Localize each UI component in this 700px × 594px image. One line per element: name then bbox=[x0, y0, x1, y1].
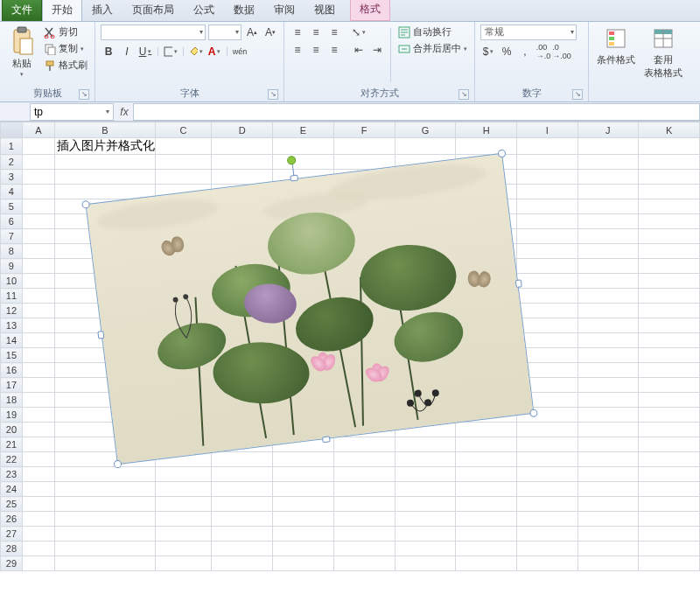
cell[interactable] bbox=[517, 497, 578, 512]
row-header-10[interactable]: 10 bbox=[1, 274, 23, 289]
row-header-22[interactable]: 22 bbox=[1, 452, 23, 467]
wrap-text-button[interactable]: 自动换行 bbox=[396, 24, 469, 39]
cell[interactable] bbox=[54, 497, 155, 512]
cell[interactable] bbox=[456, 467, 517, 482]
cell[interactable] bbox=[639, 229, 700, 244]
row-header-16[interactable]: 16 bbox=[1, 363, 23, 378]
cell[interactable] bbox=[155, 138, 211, 155]
cell[interactable] bbox=[639, 214, 700, 229]
comma-format-button[interactable]: , bbox=[517, 44, 533, 59]
row-header-29[interactable]: 29 bbox=[1, 556, 23, 571]
fill-color-button[interactable] bbox=[188, 44, 204, 59]
cell[interactable] bbox=[155, 497, 211, 512]
cell[interactable] bbox=[273, 527, 334, 542]
cell[interactable] bbox=[22, 274, 54, 289]
cell[interactable] bbox=[333, 497, 395, 512]
cell[interactable] bbox=[54, 527, 155, 542]
align-left-button[interactable]: ≡ bbox=[290, 42, 305, 58]
rotation-handle[interactable] bbox=[287, 156, 297, 165]
row-header-7[interactable]: 7 bbox=[1, 229, 23, 244]
tab-review[interactable]: 审阅 bbox=[264, 0, 304, 21]
cell[interactable] bbox=[578, 482, 639, 497]
cell[interactable] bbox=[639, 348, 700, 363]
number-launcher[interactable]: ↘ bbox=[572, 89, 583, 100]
cell[interactable] bbox=[22, 289, 54, 304]
cell[interactable] bbox=[456, 527, 517, 542]
cell[interactable] bbox=[22, 363, 54, 378]
cell[interactable] bbox=[578, 229, 639, 244]
cell[interactable] bbox=[639, 378, 700, 393]
cell[interactable] bbox=[212, 527, 273, 542]
row-header-28[interactable]: 28 bbox=[1, 542, 23, 556]
cell[interactable] bbox=[639, 363, 700, 378]
cell[interactable] bbox=[517, 452, 578, 467]
col-header-E[interactable]: E bbox=[273, 122, 334, 138]
cell[interactable] bbox=[578, 512, 639, 527]
cut-button[interactable]: 剪切 bbox=[42, 24, 89, 39]
resize-handle-bl[interactable] bbox=[113, 460, 122, 469]
row-header-12[interactable]: 12 bbox=[1, 304, 23, 318]
cell[interactable] bbox=[578, 542, 639, 556]
row-header-27[interactable]: 27 bbox=[1, 527, 23, 542]
cell[interactable] bbox=[639, 304, 700, 318]
row-header-21[interactable]: 21 bbox=[1, 437, 23, 452]
cell[interactable] bbox=[517, 482, 578, 497]
cell[interactable] bbox=[639, 155, 700, 170]
cell[interactable] bbox=[212, 512, 273, 527]
cell[interactable] bbox=[273, 497, 334, 512]
row-header-23[interactable]: 23 bbox=[1, 467, 23, 482]
tab-home[interactable]: 开始 bbox=[42, 0, 82, 21]
cell[interactable] bbox=[578, 497, 639, 512]
align-top-button[interactable]: ≡ bbox=[290, 24, 305, 40]
row-header-4[interactable]: 4 bbox=[1, 185, 23, 199]
cell[interactable] bbox=[456, 542, 517, 556]
resize-handle-r[interactable] bbox=[515, 279, 522, 288]
row-header-1[interactable]: 1 bbox=[1, 138, 23, 155]
resize-handle-tr[interactable] bbox=[497, 149, 506, 157]
tab-file[interactable]: 文件 bbox=[2, 0, 42, 21]
cell[interactable] bbox=[578, 467, 639, 482]
cell[interactable] bbox=[578, 363, 639, 378]
row-header-19[interactable]: 19 bbox=[1, 408, 23, 423]
bold-button[interactable]: B bbox=[101, 44, 116, 59]
cell[interactable] bbox=[639, 527, 700, 542]
cell[interactable] bbox=[22, 185, 54, 199]
cell[interactable] bbox=[639, 393, 700, 408]
cell[interactable] bbox=[22, 229, 54, 244]
resize-handle-b[interactable] bbox=[322, 436, 331, 443]
cell[interactable] bbox=[54, 155, 155, 170]
cell[interactable] bbox=[639, 542, 700, 556]
paste-button[interactable]: 粘贴 ▾ bbox=[5, 24, 38, 80]
cell[interactable] bbox=[578, 348, 639, 363]
tab-view[interactable]: 视图 bbox=[304, 0, 345, 21]
cell[interactable] bbox=[22, 155, 54, 170]
italic-button[interactable]: I bbox=[119, 44, 135, 59]
cell[interactable] bbox=[639, 467, 700, 482]
font-launcher[interactable]: ↘ bbox=[268, 89, 278, 100]
cell[interactable] bbox=[578, 185, 639, 199]
cell[interactable] bbox=[395, 512, 456, 527]
tab-page-layout[interactable]: 页面布局 bbox=[122, 0, 184, 21]
cell[interactable] bbox=[22, 304, 54, 318]
cell[interactable] bbox=[578, 170, 639, 185]
cell[interactable] bbox=[578, 556, 639, 571]
col-header-B[interactable]: B bbox=[54, 122, 155, 138]
cell[interactable] bbox=[578, 437, 639, 452]
fx-button[interactable]: fx bbox=[116, 106, 133, 118]
table-format-button[interactable]: 套用 表格格式 bbox=[641, 24, 685, 81]
resize-handle-l[interactable] bbox=[97, 331, 104, 339]
cell[interactable] bbox=[22, 497, 54, 512]
cell[interactable] bbox=[22, 452, 54, 467]
cell[interactable] bbox=[578, 199, 639, 214]
accounting-format-button[interactable]: $ bbox=[480, 44, 496, 59]
cell[interactable] bbox=[22, 512, 54, 527]
merge-center-button[interactable]: 合并后居中▾ bbox=[396, 41, 469, 56]
cell[interactable] bbox=[22, 138, 54, 155]
cell[interactable] bbox=[54, 556, 155, 571]
tab-insert[interactable]: 插入 bbox=[82, 0, 122, 21]
number-format-combo[interactable]: 常规▾ bbox=[480, 24, 577, 40]
cell[interactable] bbox=[22, 259, 54, 274]
tab-data[interactable]: 数据 bbox=[224, 0, 264, 21]
cell[interactable] bbox=[578, 214, 639, 229]
cell[interactable] bbox=[273, 542, 334, 556]
